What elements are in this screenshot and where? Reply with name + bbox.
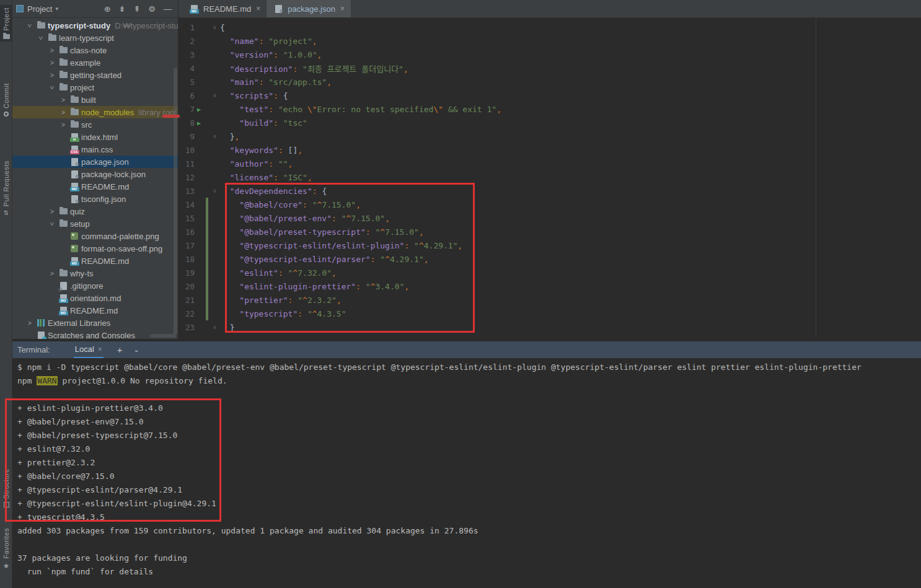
tree-item-readme-md[interactable]: MDREADME.md [12,255,178,267]
gutter-marks [195,61,211,75]
gutter-marks [195,239,211,252]
chevron-collapsed-icon[interactable]: > [58,121,69,128]
tool-strip-tab-project[interactable]: Project [0,5,12,42]
line-number: 9 [178,132,195,141]
line-number: 17 [178,241,195,250]
expand-all-icon[interactable]: ⇟ [119,5,126,13]
fold-toggle-icon[interactable]: ∨ [211,188,219,194]
chevron-collapsed-icon[interactable]: > [46,47,58,54]
terminal-line: + @babel/preset-env@7.15.0 [17,415,921,429]
close-icon[interactable]: × [256,4,260,13]
tree-item-setup[interactable]: >setup [12,217,178,230]
editor-tab-package-json[interactable]: ⚙package.json× [267,0,351,17]
tool-strip-tab-commit[interactable]: Commit [0,81,12,119]
code-line: 5 "main": "src/app.ts", [178,75,921,89]
run-script-icon[interactable]: ▶ [197,120,201,126]
line-number: 5 [178,77,195,87]
terminal-output[interactable]: $ npm i -D typescript @babel/core @babel… [12,358,921,588]
tree-item-package-lock-json[interactable]: ⚙package-lock.json [12,168,178,180]
chevron-collapsed-icon[interactable]: > [46,208,58,215]
chevron-collapsed-icon[interactable]: > [46,72,58,79]
tree-item-project[interactable]: >project [12,81,178,94]
code-text: "test": "echo \"Error: no test specified… [219,105,501,114]
tree-item-readme-md[interactable]: MDREADME.md [12,180,178,193]
chevron-expanded-icon[interactable]: > [24,22,35,29]
tree-item-src[interactable]: >src [12,118,178,131]
fold-toggle-icon[interactable]: ∧ [211,324,219,330]
code-editor[interactable]: 1∨{2 "name": "project",3 "version": "1.0… [178,18,921,334]
project-panel-title[interactable]: Project [27,4,52,14]
settings-gear-icon[interactable]: ⚙ [148,5,156,13]
tree-item-gitignore[interactable]: .gitignore [12,279,178,292]
gitignore-file-icon [60,282,67,290]
chevron-down-icon[interactable]: ⌄ [134,346,139,354]
new-terminal-icon[interactable]: + [117,344,123,355]
change-bar [206,266,208,279]
close-icon[interactable]: × [340,4,345,13]
tree-item-example[interactable]: >example [12,56,178,69]
editor-tab-readme-md[interactable]: MDREADME.md× [182,0,267,17]
tree-item-why-ts[interactable]: >why-ts [12,267,178,279]
chevron-collapsed-icon[interactable]: > [58,109,69,116]
tree-item-label: package-lock.json [81,170,146,179]
gutter-marks [195,293,211,307]
tree-item-orientation-md[interactable]: MDorientation.md [12,292,178,304]
tree-item-external-libraries[interactable]: >External Libraries [12,317,178,329]
code-text: "main": "src/app.ts", [219,77,332,87]
chevron-collapsed-icon[interactable]: > [46,59,58,66]
fold-toggle-icon[interactable]: ∨ [211,24,219,30]
terminal-line: npm WARN project@1.0.0 No repository fie… [17,374,921,388]
tree-item-package-json[interactable]: ⚙package.json [12,156,178,168]
tree-item-typescript-study[interactable]: >typescript-studyD:₩typescript-study [12,19,178,32]
tree-item-class-note[interactable]: >class-note [12,44,178,56]
code-line: 20 "eslint-plugin-prettier": "^3.4.0", [178,279,921,293]
line-number: 15 [178,214,195,223]
editor-tab-label: README.md [203,4,251,14]
tree-item-getting-started[interactable]: >getting-started [12,69,178,81]
project-tool-window: Project ▾ ⊕⇟⇞⚙— >typescript-studyD:₩type… [12,0,178,339]
tree-item-quiz[interactable]: >quiz [12,205,178,217]
chevron-expanded-icon[interactable]: > [46,221,58,227]
tree-item-label: package.json [81,157,129,167]
line-number: 11 [178,159,195,169]
run-script-icon[interactable]: ▶ [197,106,201,113]
npm-file-icon: ⚙ [71,170,78,178]
tree-item-built[interactable]: >built [12,94,178,106]
chevron-collapsed-icon[interactable]: > [24,320,35,327]
tree-item-learn-typescript[interactable]: >learn-typescript [12,32,178,44]
tool-strip-tab-structure[interactable]: Structure [0,466,12,510]
gutter-marks [195,129,211,143]
collapse-all-icon[interactable]: ⇞ [133,5,140,13]
tree-item-label: getting-started [70,71,121,80]
terminal-tab-local[interactable]: Local × [74,341,104,358]
fold-toggle-icon[interactable]: ∧ [211,133,219,139]
tree-item-format-on-save-off-png[interactable]: format-on-save-off.png [12,242,178,255]
annotation-dash [162,115,180,118]
project-vertical-scrollbar[interactable] [174,68,177,335]
chevron-collapsed-icon[interactable]: > [46,270,58,277]
tree-item-readme-md[interactable]: MDREADME.md [12,304,178,317]
folder-icon [59,59,68,66]
chevron-expanded-icon[interactable]: > [35,35,46,42]
project-horizontal-scrollbar[interactable] [150,334,176,338]
tree-item-node-modules[interactable]: >node_moduleslibrary root [12,106,178,118]
tool-strip-label: Favorites [2,528,10,559]
tool-strip-tab-pull-requests[interactable]: Pull Requests⇅ [0,158,12,219]
tree-item-main-css[interactable]: CSSmain.css [12,143,178,156]
md-file-icon: MD [71,183,78,191]
close-icon[interactable]: × [98,345,102,354]
chevron-collapsed-icon[interactable]: > [58,97,69,103]
tree-item-tsconfig-json[interactable]: ⚙tsconfig.json [12,193,178,205]
tool-strip-tab-favorites[interactable]: Favorites★ [0,525,12,573]
chevron-down-icon[interactable]: ▾ [55,6,58,12]
line-number: 18 [178,255,195,264]
hide-panel-icon[interactable]: — [164,5,172,13]
project-panel-header: Project ▾ ⊕⇟⇞⚙— [12,0,178,18]
scratches-icon [38,331,45,340]
tree-item-index-html[interactable]: Hindex.html [12,131,178,143]
fold-toggle-icon[interactable]: ∨ [211,92,219,99]
chevron-expanded-icon[interactable]: > [46,84,58,91]
code-line: 4 "description": "최종 프로젝트 폴더입니다", [178,61,921,75]
tree-item-command-palette-png[interactable]: command-palette.png [12,230,178,242]
locate-file-icon[interactable]: ⊕ [104,5,111,13]
